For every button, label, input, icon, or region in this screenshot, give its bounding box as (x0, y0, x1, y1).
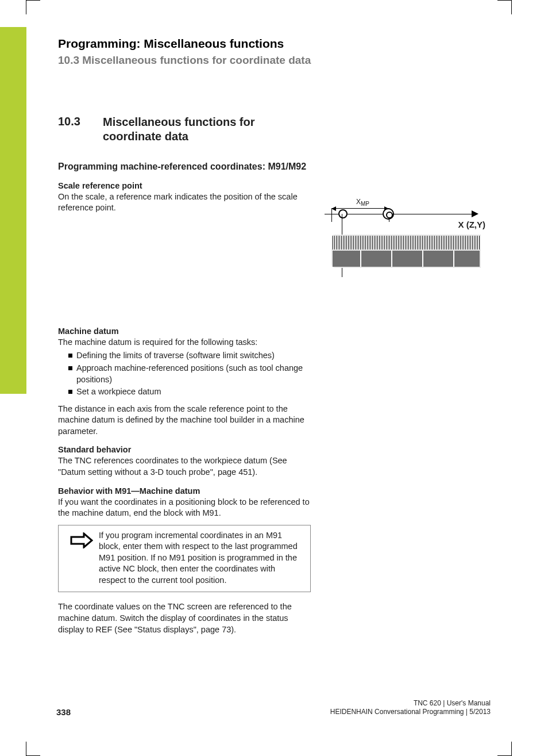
crop-mark (26, 742, 40, 756)
paragraph: The machine datum is required for the fo… (58, 337, 311, 348)
chapter-number: 10 (28, 36, 51, 53)
paragraph: The coordinate values on the TNC screen … (58, 601, 311, 635)
list-item: Set a workpiece datum (68, 386, 311, 398)
section-title: Miscellaneous functions for coordinate d… (103, 115, 311, 144)
arrow-right-icon (64, 530, 99, 586)
bullet-list: Defining the limits of traverse (softwar… (68, 350, 311, 397)
footer-line: TNC 620 | User's Manual (330, 699, 491, 708)
page-content: 10.3 Miscellaneous functions for coordin… (58, 115, 311, 635)
list-item: Defining the limits of traverse (softwar… (68, 350, 311, 362)
section-running-head: 10.3 Miscellaneous functions for coordin… (58, 54, 311, 67)
paragraph-heading: Machine datum (58, 327, 311, 336)
note-text: If you program incremental coordinates i… (99, 530, 304, 586)
dimension-tick (331, 208, 332, 222)
chapter-title: Programming: Miscellaneous functions (58, 37, 284, 51)
paragraph: The TNC references coordinates to the wo… (58, 455, 311, 478)
diagram-label-xmp: XMP (356, 198, 369, 207)
page-number: 338 (56, 707, 71, 717)
datum-marker-icon (338, 209, 348, 218)
axis-arrow-icon (472, 210, 478, 217)
footer-line: HEIDENHAIN Conversational Programming | … (330, 708, 491, 717)
section-number: 10.3 (58, 115, 103, 144)
reference-marker-icon (383, 208, 394, 220)
chapter-tab (0, 27, 26, 394)
scale-diagram: XMP X (Z,Y) (325, 195, 485, 282)
axis-label: X (Z,Y) (458, 220, 486, 229)
note-box: If you program incremental coordinates i… (58, 525, 311, 593)
paragraph-heading: Scale reference point (58, 181, 311, 190)
scale-marks (333, 251, 480, 267)
list-item: Approach machine-referenced positions (s… (68, 363, 311, 385)
scale-top (333, 236, 480, 250)
subsection-heading: Programming machine-referenced coordinat… (58, 161, 311, 173)
paragraph-heading: Standard behavior (58, 445, 311, 454)
crop-mark (497, 0, 512, 14)
paragraph: The distance in each axis from the scale… (58, 404, 311, 438)
paragraph: On the scale, a reference mark indicates… (58, 191, 311, 214)
paragraph-heading: Behavior with M91—Machine datum (58, 486, 311, 496)
footer-text: TNC 620 | User's Manual HEIDENHAIN Conve… (330, 699, 491, 717)
page-footer: 338 TNC 620 | User's Manual HEIDENHAIN C… (56, 699, 491, 717)
paragraph: If you want the coordinates in a positio… (58, 497, 311, 519)
crop-mark (26, 0, 40, 14)
crop-mark (497, 742, 512, 756)
dimension-line (331, 208, 389, 209)
